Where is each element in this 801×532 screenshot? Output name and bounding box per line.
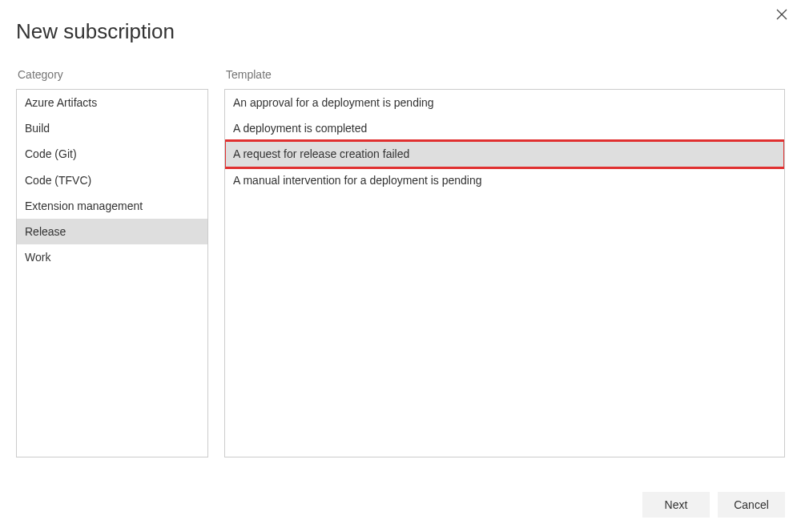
new-subscription-dialog: New subscription Category Azure Artifact… — [0, 0, 801, 532]
close-icon — [776, 9, 787, 23]
template-item[interactable]: A manual intervention for a deployment i… — [225, 167, 784, 193]
category-item[interactable]: Release — [17, 219, 207, 244]
template-header: Template — [224, 68, 785, 81]
next-button[interactable]: Next — [642, 492, 710, 518]
category-item[interactable]: Extension management — [17, 193, 207, 219]
category-item[interactable]: Code (Git) — [17, 141, 207, 167]
category-item[interactable]: Build — [17, 115, 207, 141]
cancel-button[interactable]: Cancel — [718, 492, 785, 518]
category-item[interactable]: Work — [17, 244, 207, 270]
template-item[interactable]: A deployment is completed — [225, 115, 784, 141]
category-item[interactable]: Code (TFVC) — [17, 167, 207, 193]
category-item[interactable]: Azure Artifacts — [17, 90, 207, 115]
category-list: Azure ArtifactsBuildCode (Git)Code (TFVC… — [16, 89, 208, 457]
template-item[interactable]: An approval for a deployment is pending — [225, 90, 784, 115]
columns: Category Azure ArtifactsBuildCode (Git)C… — [16, 68, 785, 457]
category-header: Category — [16, 68, 208, 81]
template-column: Template An approval for a deployment is… — [224, 68, 785, 457]
template-list: An approval for a deployment is pendingA… — [224, 89, 785, 457]
close-button[interactable] — [772, 6, 791, 26]
dialog-footer: Next Cancel — [642, 492, 785, 518]
dialog-title: New subscription — [16, 19, 785, 44]
category-column: Category Azure ArtifactsBuildCode (Git)C… — [16, 68, 208, 457]
template-item[interactable]: A request for release creation failed — [225, 141, 784, 167]
